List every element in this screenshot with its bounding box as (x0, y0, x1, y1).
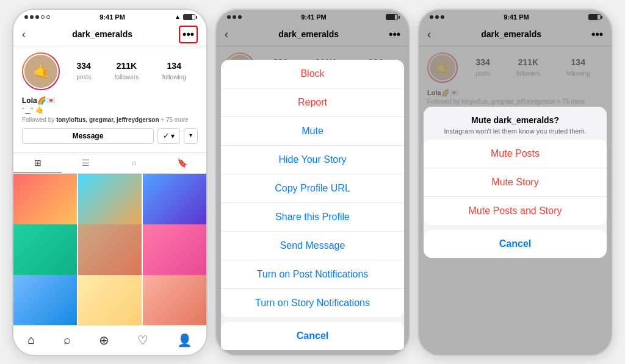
avatar-1: 🤙 (22, 52, 60, 90)
add-tab[interactable]: ⊕ (93, 330, 115, 350)
home-tab[interactable]: ⌂ (21, 330, 41, 349)
battery-icon (183, 14, 195, 20)
share-profile-button[interactable]: Share this Profile (221, 203, 404, 232)
copy-url-button[interactable]: Copy Profile URL (221, 174, 404, 203)
status-time-1: 9:41 PM (99, 13, 125, 21)
message-button[interactable]: Message (22, 128, 154, 144)
more-options-button-1[interactable]: ••• (179, 26, 198, 43)
signal-dot-1 (24, 15, 28, 19)
bottom-tab-bar: ⌂ ⌕ ⊕ ♡ 👤 (13, 325, 206, 355)
signal-dot-5 (46, 15, 50, 19)
posts-count: 334 (76, 61, 91, 71)
profile-header-1: 🤙 334 posts 211K followers 134 following… (13, 46, 206, 152)
status-bar-1: 9:41 PM ▲ (13, 10, 206, 23)
followers-label: followers (115, 74, 139, 80)
tab-grid[interactable]: ⊞ (13, 153, 62, 173)
profile-name: Lola🌈💌 (22, 96, 198, 105)
story-notifications-button[interactable]: Turn on Story Notifications (221, 289, 404, 317)
profile-followed-by: Followed by tonyloftus, gregmar, jeffrey… (22, 116, 198, 123)
tab-tagged[interactable]: ○ (110, 153, 158, 173)
mute-dialog-options: Mute Posts Mute Story Mute Posts and Sto… (424, 140, 607, 225)
username-title-1: dark_emeralds (72, 29, 132, 39)
phone-3: 9:41 PM ‹ dark_emeralds ••• 🤙 334 posts … (417, 9, 613, 356)
status-right-1: ▲ (175, 13, 195, 20)
phone-1: 9:41 PM ▲ ‹ dark_emeralds ••• 🤙 334 post… (12, 9, 208, 356)
post-notifications-button[interactable]: Turn on Post Notifications (221, 260, 404, 289)
mute-story-button[interactable]: Mute Story (424, 168, 607, 197)
action-buttons: Message ✓ ▾ ▾ (22, 128, 198, 144)
more-button[interactable]: ▾ (184, 128, 198, 144)
posts-label: posts (76, 74, 91, 80)
cancel-button-2[interactable]: Cancel (221, 322, 404, 350)
chevron-down-icon: ▾ (171, 132, 175, 140)
block-button[interactable]: Block (221, 60, 404, 88)
mute-dialog-header: Mute dark_emeralds? Instagram won't let … (424, 107, 607, 140)
stat-posts: 334 posts (76, 61, 91, 82)
wifi-icon: ▲ (175, 13, 181, 20)
likes-tab[interactable]: ♡ (131, 330, 154, 350)
mute-button[interactable]: Mute (221, 117, 404, 146)
report-button[interactable]: Report (221, 88, 404, 117)
stat-followers: 211K followers (115, 61, 139, 82)
mute-posts-and-story-button[interactable]: Mute Posts and Story (424, 197, 607, 225)
signal-dot-2 (30, 15, 34, 19)
action-sheet-group-main: Block Report Mute Hide Your Story Copy P… (221, 60, 404, 317)
cancel-button-3[interactable]: Cancel (424, 230, 607, 258)
follow-status-button[interactable]: ✓ ▾ (157, 128, 180, 144)
profile-bio: ᵔ‿ᵔ 🤙 (22, 106, 198, 114)
stat-following: 134 following (162, 61, 186, 82)
signal-dot-4 (41, 15, 45, 19)
send-message-button[interactable]: Send Message (221, 232, 404, 260)
tab-list[interactable]: ☰ (62, 153, 110, 173)
hide-story-button[interactable]: Hide Your Story (221, 146, 404, 174)
tab-saved[interactable]: 🔖 (158, 153, 206, 173)
avatar-inner-1: 🤙 (23, 54, 59, 89)
photo-cell-7[interactable] (13, 275, 77, 324)
profile-tab-bar[interactable]: 👤 (171, 330, 198, 350)
following-label: following (162, 74, 186, 80)
phone-2: 9:41 PM ‹ dark_emeralds ••• 🤙 334 posts … (215, 9, 410, 356)
status-signal (24, 15, 50, 19)
checkmark-icon: ✓ (163, 132, 169, 140)
back-button-1[interactable]: ‹ (22, 28, 26, 41)
photo-cell-8[interactable] (78, 275, 142, 324)
nav-icons-1: ••• (179, 26, 198, 43)
mute-dialog: Mute dark_emeralds? Instagram won't let … (424, 107, 607, 258)
profile-stats-row: 🤙 334 posts 211K followers 134 following (22, 52, 198, 90)
signal-dot-3 (35, 15, 39, 19)
nav-bar-1: ‹ dark_emeralds ••• (13, 23, 206, 46)
action-sheet: Block Report Mute Hide Your Story Copy P… (216, 10, 409, 355)
action-sheet-content: Block Report Mute Hide Your Story Copy P… (221, 60, 404, 350)
stats-row: 334 posts 211K followers 134 following (65, 61, 198, 82)
mute-posts-button[interactable]: Mute Posts (424, 140, 607, 168)
followers-count: 211K (115, 61, 139, 71)
following-count: 134 (162, 61, 186, 71)
profile-tabs: ⊞ ☰ ○ 🔖 (13, 152, 206, 174)
search-tab[interactable]: ⌕ (57, 330, 77, 349)
mute-dialog-title: Mute dark_emeralds? (433, 115, 597, 125)
photo-grid (13, 174, 206, 325)
mute-dialog-subtitle: Instagram won't let them know you muted … (433, 127, 597, 135)
photo-cell-9[interactable] (143, 275, 206, 324)
